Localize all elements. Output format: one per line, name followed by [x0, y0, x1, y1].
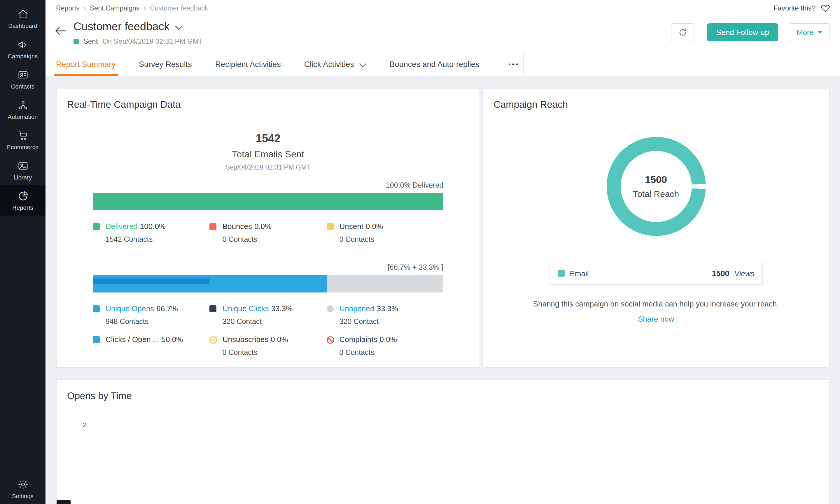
tab-click-activities[interactable]: Click Activities — [304, 53, 366, 76]
reach-donut-chart: 1500 Total Reach — [606, 137, 705, 236]
sidebar-item-campaigns[interactable]: Campaigns — [0, 34, 46, 64]
reach-donut-center: 1500 Total Reach — [620, 151, 691, 222]
breadcrumb-bar: Reports › Sent Campaigns › Customer feed… — [46, 0, 840, 16]
app: Dashboard Campaigns Contacts Automation … — [0, 0, 840, 504]
delivery-legend: Delivered100.0% 1542 Contacts Bounces0.0… — [93, 222, 443, 244]
legend-unique-clicks-label[interactable]: Unique Clicks — [223, 304, 269, 313]
legend-delivered-label[interactable]: Delivered — [106, 222, 138, 231]
opens-by-time-card: Opens by Time 2 — [56, 379, 829, 504]
chevron-down-icon — [175, 25, 183, 30]
send-follow-up-button[interactable]: Send Follow-up — [707, 23, 778, 41]
refresh-button[interactable] — [671, 23, 694, 41]
legend-unique-clicks: Unique Clicks33.3% 320 Contact — [210, 304, 327, 326]
email-views-row: Email 1500 Views — [549, 262, 763, 285]
megaphone-icon — [17, 39, 28, 50]
legend-unique-opens-label[interactable]: Unique Opens — [106, 304, 154, 313]
legend-unopened: Unopened33.3% 320 Contact — [326, 304, 443, 326]
legend-delivered-count: 1542 Contacts — [106, 235, 210, 244]
legend-clicks-per-open-label: Clicks / Open ... — [106, 335, 159, 344]
sidebar-item-label: Automation — [7, 114, 38, 120]
tab-recipient-activities[interactable]: Recipient Activities — [215, 53, 281, 76]
legend-unsent: Unsent0.0% 0 Contacts — [326, 222, 443, 244]
legend-bounces: Bounces0.0% 0 Contacts — [210, 222, 327, 244]
engagement-legend: Clicks / Open ...50.0% Unsubscribes0.0% … — [93, 335, 443, 357]
sidebar-item-label: Settings — [12, 493, 34, 499]
opens-legend: Unique Opens66.7% 948 Contacts Unique Cl… — [93, 304, 443, 326]
breadcrumb: Reports › Sent Campaigns › Customer feed… — [56, 4, 208, 11]
legend-complaints: Complaints0.0% 0 Contacts — [326, 335, 443, 357]
clipped-bottom-element — [56, 500, 71, 504]
sidebar-item-reports[interactable]: Reports — [0, 185, 46, 216]
unique-clicks-swatch — [210, 305, 217, 312]
heart-icon[interactable] — [821, 3, 830, 12]
report-tabs: Report Summary Survey Results Recipient … — [46, 53, 840, 76]
title-block: Customer feedback Sent On Sep/04/2019 02… — [73, 20, 203, 46]
sidebar-item-contacts[interactable]: Contacts — [0, 64, 46, 94]
no-entry-icon — [326, 336, 335, 344]
delivered-caption: 100.0% Delivered — [93, 181, 443, 190]
main-column: Reports › Sent Campaigns › Customer feed… — [46, 0, 840, 504]
page-title: Customer feedback — [73, 20, 170, 33]
tab-survey-results[interactable]: Survey Results — [139, 53, 192, 76]
sidebar: Dashboard Campaigns Contacts Automation … — [0, 0, 46, 504]
breadcrumb-sent-campaigns[interactable]: Sent Campaigns — [90, 4, 139, 11]
sidebar-item-automation[interactable]: Automation — [0, 94, 46, 125]
breadcrumb-current: Customer feedback — [150, 4, 208, 11]
gridline — [93, 425, 810, 425]
breadcrumb-separator: › — [84, 4, 86, 11]
tabs-overflow-button[interactable] — [503, 53, 524, 76]
pie-chart-icon — [17, 191, 28, 202]
tab-label: Click Activities — [304, 60, 354, 69]
email-views-value: 1500 — [712, 269, 729, 277]
tab-bounces-auto-replies[interactable]: Bounces and Auto-replies — [390, 53, 480, 76]
campaign-reach-card: Campaign Reach 1500 Total Reach Email — [482, 88, 829, 368]
sidebar-item-label: Reports — [12, 204, 33, 211]
legend-complaints-label: Complaints — [339, 335, 377, 344]
total-reach-value: 1500 — [645, 174, 667, 186]
sidebar-item-library[interactable]: Library — [0, 155, 46, 185]
sidebar-item-dashboard[interactable]: Dashboard — [0, 3, 46, 34]
total-reach-label: Total Reach — [633, 189, 679, 199]
email-swatch — [558, 270, 565, 277]
sidebar-item-settings[interactable]: Settings — [0, 474, 46, 504]
breadcrumb-reports[interactable]: Reports — [56, 4, 80, 11]
realtime-campaign-data-card: Real-Time Campaign Data 1542 Total Email… — [56, 88, 480, 368]
share-hint-text: Sharing this campaign on social media ca… — [494, 300, 819, 308]
favorite-toggle[interactable]: Favorite this? — [773, 3, 830, 12]
legend-unsubscribes-count: 0 Contacts — [223, 348, 327, 357]
share-now-link[interactable]: Share now — [494, 314, 819, 323]
legend-unique-opens: Unique Opens66.7% 948 Contacts — [93, 304, 210, 326]
cart-icon — [17, 130, 28, 141]
delivered-bar — [93, 193, 443, 210]
campaign-title-dropdown[interactable]: Customer feedback — [73, 20, 203, 33]
legend-unopened-label[interactable]: Unopened — [339, 304, 374, 313]
opens-by-time-chart: 2 — [67, 421, 819, 428]
clicks-per-open-swatch — [93, 336, 100, 343]
arrow-left-icon — [55, 26, 67, 36]
legend-unsent-label: Unsent — [339, 222, 363, 231]
total-emails-value: 1542 — [93, 132, 443, 145]
bounces-swatch — [210, 223, 217, 230]
legend-complaints-count: 0 Contacts — [339, 348, 443, 357]
more-button[interactable]: More — [789, 23, 830, 41]
legend-bounces-count: 0 Contacts — [223, 235, 327, 244]
delivered-swatch — [93, 223, 100, 230]
opens-caption: [66.7% + 33.3% ] — [93, 263, 443, 271]
opens-by-time-title: Opens by Time — [67, 390, 819, 401]
back-button[interactable] — [54, 25, 68, 38]
status-badge: Sent — [83, 37, 98, 46]
home-icon — [17, 9, 28, 20]
contact-card-icon — [17, 69, 28, 80]
reach-card-title: Campaign Reach — [494, 99, 819, 110]
tab-report-summary[interactable]: Report Summary — [56, 53, 116, 76]
total-emails-timestamp: Sep/04/2019 02:31 PM GMT — [93, 164, 443, 171]
circled-minus-icon — [209, 336, 218, 344]
opens-bar-fill — [93, 275, 327, 292]
legend-bounces-label: Bounces — [223, 222, 252, 231]
status-row: Sent On Sep/04/2019 02:31 PM GMT — [73, 37, 203, 46]
legend-unique-clicks-count: 320 Contact — [223, 318, 327, 326]
realtime-card-title: Real-Time Campaign Data — [67, 99, 469, 110]
status-sent-swatch — [73, 39, 79, 44]
breadcrumb-separator: › — [143, 4, 146, 11]
sidebar-item-ecommerce[interactable]: Ecommerce — [0, 125, 46, 155]
